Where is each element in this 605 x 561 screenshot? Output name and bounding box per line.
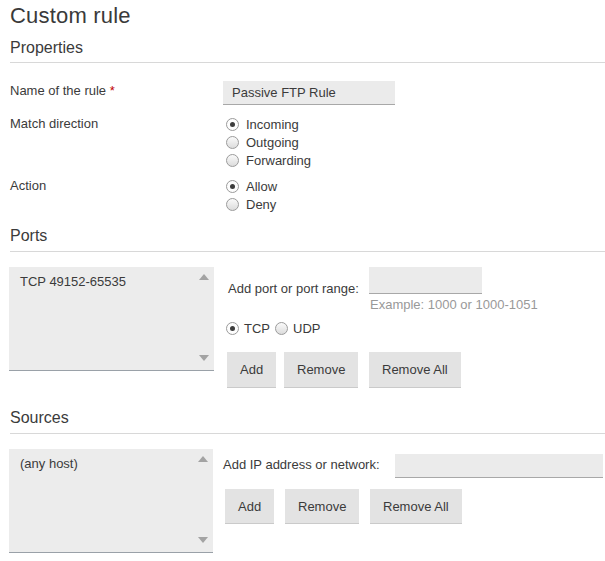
radio-option-incoming[interactable]: Incoming (226, 115, 311, 133)
required-asterisk: * (110, 83, 115, 98)
scroll-down-icon[interactable] (198, 537, 208, 543)
name-of-rule-label: Name of the rule * (10, 83, 115, 98)
radio-option-udp[interactable]: UDP (275, 321, 320, 336)
action-group: Allow Deny (226, 177, 277, 213)
action-label: Action (10, 178, 46, 193)
add-port-label: Add port or port range: (228, 281, 359, 296)
incoming-radio[interactable] (226, 118, 239, 131)
radio-option-forwarding[interactable]: Forwarding (226, 151, 311, 169)
section-heading-sources: Sources (10, 409, 69, 427)
page-title: Custom rule (10, 3, 131, 29)
radio-option-outgoing[interactable]: Outgoing (226, 133, 311, 151)
ports-remove-button[interactable]: Remove (284, 352, 358, 388)
section-divider (10, 62, 605, 63)
match-direction-label: Match direction (10, 116, 98, 131)
port-input[interactable] (369, 267, 482, 294)
udp-radio[interactable] (275, 322, 288, 335)
outgoing-radio[interactable] (226, 136, 239, 149)
section-heading-properties: Properties (10, 39, 83, 57)
sources-listbox[interactable]: (any host) (9, 449, 213, 553)
custom-rule-form: Custom rule Properties Name of the rule … (0, 0, 605, 561)
scroll-down-icon[interactable] (199, 355, 209, 361)
list-item[interactable]: TCP 49152-65535 (9, 267, 214, 296)
list-item[interactable]: (any host) (9, 449, 213, 478)
scroll-up-icon[interactable] (198, 456, 208, 462)
section-heading-ports: Ports (10, 227, 47, 245)
ports-listbox[interactable]: TCP 49152-65535 (9, 267, 214, 371)
sources-remove-all-button[interactable]: Remove All (370, 489, 462, 524)
section-divider (10, 251, 605, 252)
radio-option-deny[interactable]: Deny (226, 195, 277, 213)
rule-name-input[interactable] (223, 81, 395, 105)
match-direction-group: Incoming Outgoing Forwarding (226, 115, 311, 169)
sources-remove-button[interactable]: Remove (285, 489, 359, 524)
ip-input[interactable] (395, 454, 603, 478)
ports-remove-all-button[interactable]: Remove All (369, 352, 461, 388)
protocol-group: TCP UDP (226, 320, 325, 336)
port-example-hint: Example: 1000 or 1000-1051 (370, 297, 538, 312)
deny-radio[interactable] (226, 198, 239, 211)
sources-add-button[interactable]: Add (225, 489, 274, 524)
radio-option-tcp[interactable]: TCP (226, 321, 270, 336)
ports-add-button[interactable]: Add (227, 352, 276, 388)
add-ip-label: Add IP address or network: (223, 457, 380, 472)
tcp-radio[interactable] (226, 322, 239, 335)
section-divider (10, 433, 605, 434)
radio-option-allow[interactable]: Allow (226, 177, 277, 195)
forwarding-radio[interactable] (226, 154, 239, 167)
scroll-up-icon[interactable] (199, 274, 209, 280)
allow-radio[interactable] (226, 180, 239, 193)
